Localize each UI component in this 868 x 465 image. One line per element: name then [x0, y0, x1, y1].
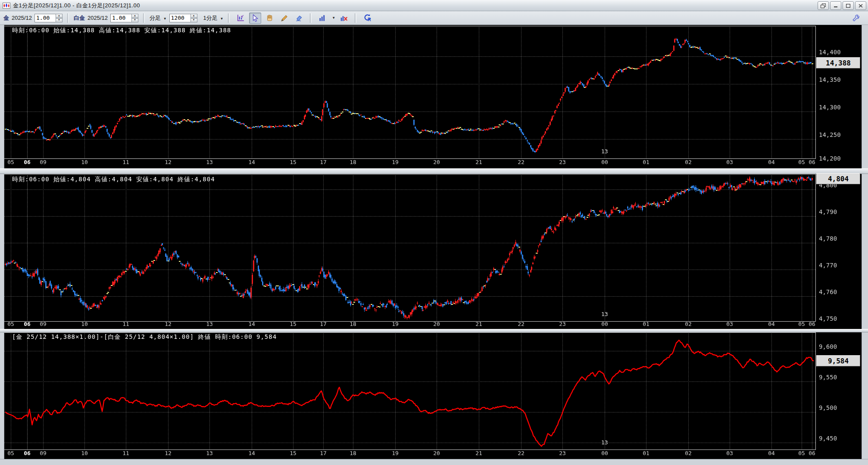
- x-tick-label: 17: [316, 159, 331, 165]
- x-tick-label: 12: [161, 159, 175, 165]
- platinum-price-box: 4,804: [816, 173, 860, 184]
- x-tick-label: 20: [429, 450, 444, 456]
- toolbar-separator: [310, 13, 312, 23]
- maximize-button[interactable]: [843, 1, 854, 10]
- spin-up-button[interactable]: ▲: [190, 14, 197, 18]
- spin-down-icon: ▼: [58, 19, 60, 21]
- refresh-button[interactable]: R: [361, 12, 373, 24]
- x-tick-label: 09: [36, 450, 50, 456]
- spread-price-box: 9,584: [816, 355, 860, 366]
- x-tick-label: 03: [722, 159, 737, 165]
- x-tick-label: 15: [286, 321, 300, 327]
- x-tick-label: 21: [471, 159, 486, 165]
- spin-up-icon: ▲: [193, 15, 195, 17]
- draw-pencil-button[interactable]: [278, 12, 290, 24]
- cascade-button[interactable]: [818, 1, 829, 10]
- spin-down-icon: ▼: [193, 19, 195, 21]
- instrument2-multiplier-input[interactable]: [110, 14, 131, 22]
- x-tick-label: 04: [764, 450, 779, 456]
- bar-type-dropdown[interactable]: 分足 ▼: [150, 14, 167, 22]
- y-axis-label: 9,550: [819, 374, 859, 381]
- close-button[interactable]: [855, 1, 866, 10]
- chart-settings-button[interactable]: [234, 12, 247, 24]
- pan-hand-button[interactable]: [264, 12, 276, 24]
- y-axis-label: 9,600: [819, 343, 859, 350]
- svg-text:R: R: [368, 17, 371, 22]
- x-tick-label: 15: [286, 450, 300, 456]
- x-tick-label: 09: [36, 159, 50, 165]
- spin-up-button[interactable]: ▲: [131, 14, 138, 18]
- timeframe-dropdown[interactable]: 1分足 ▼: [203, 14, 224, 22]
- title-bar[interactable]: 金1分足[2025/12]1.00 - 白金1分足[2025/12]1.00: [0, 0, 868, 11]
- x-tick-label: 03: [722, 450, 737, 456]
- x-tick-label: 14: [244, 450, 259, 456]
- x-tick-label: 21: [471, 450, 486, 456]
- x-tick-label: 23: [555, 450, 570, 456]
- x-tick-label: 12: [161, 321, 175, 327]
- x-tick-label: 10: [77, 159, 92, 165]
- hand-icon: [266, 14, 274, 22]
- chart-canvas[interactable]: [0, 0, 868, 465]
- x-tick-label: 12: [161, 450, 175, 456]
- maximize-icon: [846, 4, 850, 8]
- x-tick-label: 11: [119, 450, 133, 456]
- x-tick-label: 10: [77, 450, 92, 456]
- instrument1-month: 2025/12: [12, 15, 32, 21]
- minimize-button[interactable]: [830, 1, 841, 10]
- x-tick-label: 02: [681, 159, 696, 165]
- spread-pane-info: [金 25/12 14,388×1.00]-[白金 25/12 4,804×1.…: [12, 333, 277, 341]
- instrument2-month: 2025/12: [87, 15, 108, 21]
- spin-down-button[interactable]: ▼: [56, 18, 62, 22]
- x-tick-label: 01: [639, 321, 653, 327]
- window-title: 金1分足[2025/12]1.00 - 白金1分足[2025/12]1.00: [13, 2, 140, 9]
- date-marker: 13: [601, 148, 608, 155]
- chevron-down-icon[interactable]: ▼: [332, 16, 335, 20]
- y-axis-label: 14,200: [819, 155, 859, 162]
- x-tick-label: 19: [388, 450, 403, 456]
- app-window: 金1分足[2025/12]1.00 - 白金1分足[2025/12]1.00: [0, 0, 868, 465]
- left-border-strip: [0, 25, 4, 459]
- eraser-button[interactable]: [293, 12, 305, 24]
- gold-pane-info: 時刻:06:00 始値:14,388 高値:14,388 安値:14,388 終…: [12, 27, 231, 34]
- x-tick-label: 22: [514, 321, 528, 327]
- x-tick-label: 05: [3, 450, 18, 456]
- instrument1-label: 金: [3, 14, 9, 22]
- spin-down-button[interactable]: ▼: [190, 18, 197, 22]
- x-tick-label: 23: [555, 159, 570, 165]
- x-tick-label: 03: [722, 321, 737, 327]
- bar-count-input[interactable]: [169, 14, 190, 22]
- instrument2-multiplier-spinner: ▲ ▼: [110, 14, 138, 22]
- toolbar-separator: [143, 13, 145, 23]
- pane-separator[interactable]: [0, 168, 868, 174]
- x-tick-label: 14: [244, 321, 259, 327]
- select-cursor-button[interactable]: [249, 12, 261, 24]
- close-icon: [859, 4, 863, 8]
- x-tick-label: 13: [202, 321, 217, 327]
- x-tick-label: 19: [388, 321, 403, 327]
- right-border-strip: [862, 25, 868, 459]
- x-tick-label: 06: [805, 321, 819, 327]
- gold-price-box: 14,388: [816, 57, 860, 68]
- x-tick-label: 02: [681, 321, 696, 327]
- bar-type-label: 分足: [150, 15, 161, 21]
- spin-up-icon: ▲: [58, 15, 60, 17]
- instrument1-multiplier-input[interactable]: [34, 14, 56, 22]
- instrument1-multiplier-spinner: ▲ ▼: [34, 14, 62, 22]
- minimize-icon: [834, 4, 838, 8]
- x-tick-label: 06: [20, 159, 34, 165]
- x-tick-label: 00: [597, 321, 612, 327]
- x-tick-label: 09: [36, 321, 50, 327]
- settings-wrench-button[interactable]: [850, 12, 862, 24]
- x-tick-label: 18: [346, 450, 360, 456]
- x-tick-label: 02: [681, 450, 696, 456]
- x-tick-label: 05: [3, 321, 18, 327]
- spin-up-button[interactable]: ▲: [56, 14, 62, 18]
- x-tick-label: 06: [805, 450, 819, 456]
- bottom-border-strip: [0, 459, 868, 465]
- remove-indicator-button[interactable]: [338, 12, 350, 24]
- y-axis-label: 4,790: [819, 208, 859, 215]
- spin-down-button[interactable]: ▼: [131, 18, 138, 22]
- indicator-chart-button[interactable]: [316, 12, 328, 24]
- date-marker: 13: [601, 439, 608, 446]
- pane-separator[interactable]: [0, 329, 868, 332]
